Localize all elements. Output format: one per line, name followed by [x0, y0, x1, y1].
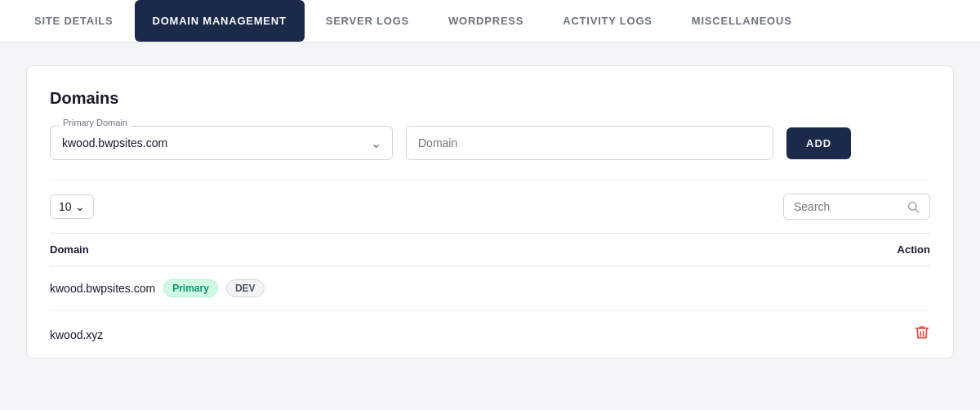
per-page-value: 10 [59, 200, 72, 213]
tab-domain-management[interactable]: DOMAIN MANAGEMENT [135, 0, 305, 42]
tab-wordpress[interactable]: WORDPRESS [430, 0, 541, 42]
add-domain-button[interactable]: ADD [786, 127, 851, 159]
search-icon [906, 200, 920, 213]
table-row: kwood.bwpsites.com Primary DEV [50, 266, 930, 311]
domain-cell: kwood.bwpsites.com Primary DEV [50, 279, 265, 297]
svg-line-1 [915, 209, 919, 212]
domains-table: Domain Action kwood.bwpsites.com Primary… [50, 233, 930, 358]
table-header: Domain Action [50, 234, 930, 266]
domains-card: Domains Primary Domain kwood.bwpsites.co… [26, 65, 954, 359]
badge-dev: DEV [226, 279, 265, 297]
col-action-header: Action [898, 243, 930, 256]
tab-site-details[interactable]: SITE DETAILS [16, 0, 131, 42]
action-cell [914, 324, 930, 345]
nav-tabs: SITE DETAILS DOMAIN MANAGEMENT SERVER LO… [0, 0, 980, 42]
domain-cell: kwood.xyz [50, 328, 103, 341]
domain-input-row: Primary Domain kwood.bwpsites.com ⌄ ADD [50, 126, 930, 160]
domain-input[interactable] [406, 126, 773, 160]
per-page-chevron-icon: ⌄ [75, 200, 85, 213]
main-content: Domains Primary Domain kwood.bwpsites.co… [0, 42, 980, 403]
table-row: kwood.xyz [50, 311, 930, 358]
badge-primary: Primary [163, 279, 218, 297]
primary-domain-select[interactable]: kwood.bwpsites.com [50, 126, 393, 160]
search-wrapper [783, 194, 930, 220]
toolbar: 10 ⌄ [50, 180, 930, 233]
tab-activity-logs[interactable]: ACTIVITY LOGS [545, 0, 670, 42]
domain-name: kwood.xyz [50, 328, 103, 341]
primary-domain-label: Primary Domain [60, 118, 131, 127]
per-page-select[interactable]: 10 ⌄ [50, 194, 94, 219]
delete-icon[interactable] [914, 328, 930, 344]
primary-domain-wrapper: Primary Domain kwood.bwpsites.com ⌄ [50, 126, 393, 160]
col-domain-header: Domain [50, 243, 89, 256]
tab-server-logs[interactable]: SERVER LOGS [308, 0, 427, 42]
section-title: Domains [50, 89, 930, 108]
search-input[interactable] [794, 200, 900, 213]
tab-miscellaneous[interactable]: MISCELLANEOUS [674, 0, 810, 42]
domain-name: kwood.bwpsites.com [50, 282, 155, 295]
